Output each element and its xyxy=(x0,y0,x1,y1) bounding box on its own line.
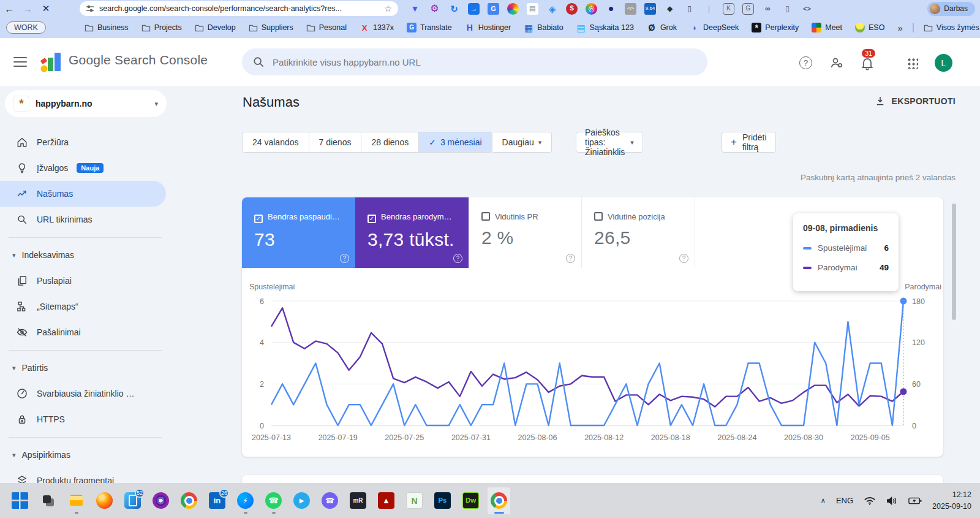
browser-profile-chip[interactable]: Darbas xyxy=(927,2,975,16)
sidebar-section-shopping[interactable]: ▾ Apsipirkimas xyxy=(0,442,172,468)
sidebar-item-https[interactable]: HTTPS xyxy=(0,406,172,432)
bookmark-item[interactable]: Develop xyxy=(195,23,236,32)
total-impressions-tile[interactable]: ✓Bendras parodym… 3,73 tūkst. ? xyxy=(355,197,469,268)
bookmark-item[interactable]: Ø Grok xyxy=(647,23,677,32)
url-inspect-search[interactable]: Patikrinkite visus happybarn.no URL xyxy=(242,48,707,75)
firefox-icon[interactable] xyxy=(93,487,116,514)
translate-extension-icon[interactable]: G xyxy=(488,3,499,15)
language-indicator[interactable]: ENG xyxy=(836,496,853,505)
photoshop-icon[interactable]: Ps xyxy=(431,487,454,514)
help-icon[interactable]: ? xyxy=(566,254,575,263)
add-filter-button[interactable]: + Pridėti filtrą xyxy=(722,132,776,153)
help-icon[interactable]: ? xyxy=(453,254,462,263)
bookmark-item[interactable]: Projects xyxy=(141,23,182,32)
help-icon[interactable]: ? xyxy=(679,254,688,263)
notepad-plus-plus-icon[interactable]: N xyxy=(403,487,426,514)
start-button[interactable] xyxy=(9,487,31,514)
sidebar-item-pages[interactable]: Puslapiai xyxy=(0,268,172,294)
user-settings-icon[interactable] xyxy=(829,55,845,71)
bookmark-item[interactable]: ▦ Babiato xyxy=(524,23,563,32)
sphere-extension-icon[interactable]: ● xyxy=(605,3,617,15)
gear-extension-icon[interactable]: ⚙ xyxy=(429,3,440,15)
checkbox-unchecked-icon[interactable] xyxy=(481,212,490,221)
linkedin-icon[interactable]: in 26 xyxy=(206,487,228,514)
seoquake-extension-icon[interactable]: 9.64 xyxy=(644,3,656,15)
address-bar[interactable]: search.google.com/search-console/perform… xyxy=(80,1,398,16)
sidebar-item-removals[interactable]: Pašalinimai xyxy=(0,319,172,345)
sidebar-item-performance[interactable]: Našumas xyxy=(0,181,166,207)
search-type-filter[interactable]: Paieškos tipas: Žiniatinklis ▾ xyxy=(576,132,643,153)
toolbar-separator[interactable]: | xyxy=(703,3,715,15)
chrome-icon[interactable] xyxy=(178,487,200,514)
bookmark-star-icon[interactable]: ☆ xyxy=(384,4,392,13)
brackets-extension-icon[interactable]: <> xyxy=(801,3,813,15)
mremoteng-icon[interactable]: mR xyxy=(347,487,369,514)
sidebar-section-indexing[interactable]: ▾ Indeksavimas xyxy=(0,242,172,268)
sidebar-item-overview[interactable]: Peržiūra xyxy=(0,129,172,155)
messenger-icon[interactable]: ⚡ xyxy=(234,487,257,514)
average-position-tile[interactable]: Vidutinė pozicija 26,5 ? xyxy=(582,197,695,268)
date-range-option[interactable]: 7 dienos xyxy=(309,132,362,152)
code-extension-icon[interactable]: </> xyxy=(625,3,636,15)
sidebar-item-url-inspection[interactable]: URL tikrinimas xyxy=(0,207,172,232)
tab-group-work[interactable]: WORK xyxy=(6,21,46,34)
dreamweaver-icon[interactable]: Dw xyxy=(459,487,482,514)
bookmarks-overflow-chevron[interactable]: » xyxy=(897,23,902,33)
clipboard-extension-icon[interactable]: ▯ xyxy=(684,3,695,15)
url-text[interactable]: search.google.com/search-console/perform… xyxy=(99,4,379,13)
bookmark-item[interactable]: * Perplexity xyxy=(752,23,799,32)
pen-extension-icon[interactable]: ◆ xyxy=(664,3,676,15)
phone-link-icon[interactable]: 52 xyxy=(121,487,144,514)
file-explorer-icon[interactable] xyxy=(65,487,88,514)
date-range-option[interactable]: 28 dienos xyxy=(361,132,419,152)
task-view-button[interactable] xyxy=(37,487,59,514)
scrollbar-thumb[interactable] xyxy=(952,204,956,320)
tag-extension-icon[interactable]: ◈ xyxy=(546,3,558,15)
google-apps-grid-icon[interactable] xyxy=(907,58,918,69)
bookmark-item[interactable]: H Hostinger xyxy=(465,23,511,32)
total-clicks-tile[interactable]: ✓Bendras paspaudi… 73 ? xyxy=(242,197,355,268)
tor-browser-icon[interactable] xyxy=(149,487,172,514)
page-scrollbar[interactable] xyxy=(951,199,957,481)
checkbox-checked-icon[interactable]: ✓ xyxy=(254,215,263,223)
lens-extension-icon[interactable]: ◎ xyxy=(586,3,597,15)
performance-chart[interactable]: 0026041206180SpustelėjimaiParodymai2025-… xyxy=(242,270,943,454)
wifi-icon[interactable] xyxy=(864,496,876,506)
stop-button[interactable]: ✕ xyxy=(37,3,55,14)
sidebar-item-core-web-vitals[interactable]: Svarbiausia žiniatinklio … xyxy=(0,381,172,406)
date-range-more-button[interactable]: Daugiau ▾ xyxy=(492,132,552,153)
date-range-option[interactable]: 24 valandos xyxy=(243,132,309,152)
property-selector[interactable]: * happybarn.no ▾ xyxy=(5,90,167,117)
bookmark-item[interactable]: ESO xyxy=(855,23,884,32)
link-extension-icon[interactable]: ∞ xyxy=(762,3,774,15)
help-icon[interactable]: ? xyxy=(340,254,349,263)
sidebar-item-product-snippets[interactable]: Produktų fragmentai xyxy=(0,468,172,483)
seo-extension-icon[interactable]: S xyxy=(566,3,578,15)
site-settings-icon[interactable] xyxy=(86,4,94,13)
date-range-option[interactable]: ✓ 3 mėnesiai xyxy=(419,132,491,152)
page-translate-extension-icon[interactable]: G xyxy=(742,3,754,15)
telegram-icon[interactable]: ▶ xyxy=(290,487,313,514)
trash-extension-icon[interactable]: ▯ xyxy=(782,3,793,15)
acrobat-icon[interactable]: ▲ xyxy=(375,487,398,514)
volume-icon[interactable] xyxy=(886,496,898,506)
checkbox-unchecked-icon[interactable] xyxy=(594,212,603,221)
checkbox-checked-icon[interactable]: ✓ xyxy=(368,215,376,223)
clock[interactable]: 12:12 2025-09-10 xyxy=(932,489,971,511)
bookmark-item[interactable]: ▤ Sąskaita 123 xyxy=(576,23,634,32)
back-button[interactable]: ← xyxy=(0,4,18,14)
bookmark-item[interactable]: ◗ DeepSeek xyxy=(690,23,739,32)
bookmark-item[interactable]: G Translate xyxy=(407,23,452,32)
average-ctr-tile[interactable]: Vidutinis PR 2 % ? xyxy=(469,197,582,268)
menu-hamburger-icon[interactable] xyxy=(13,57,27,67)
key-extension-icon[interactable]: K xyxy=(723,3,734,15)
tab-arrow-extension-icon[interactable]: → xyxy=(468,3,480,15)
account-avatar[interactable]: L xyxy=(935,54,952,72)
forward-button[interactable]: → xyxy=(18,4,37,14)
battery-icon[interactable] xyxy=(908,497,922,505)
bookmark-item[interactable]: Suppliers xyxy=(249,23,293,32)
whatsapp-icon[interactable]: ☎ xyxy=(262,487,285,514)
bookmark-item[interactable]: Business xyxy=(85,23,129,32)
all-bookmarks-button[interactable]: Visos žymės xyxy=(924,23,979,32)
sidebar-item-sitemaps[interactable]: „Sitemaps“ xyxy=(0,294,172,319)
